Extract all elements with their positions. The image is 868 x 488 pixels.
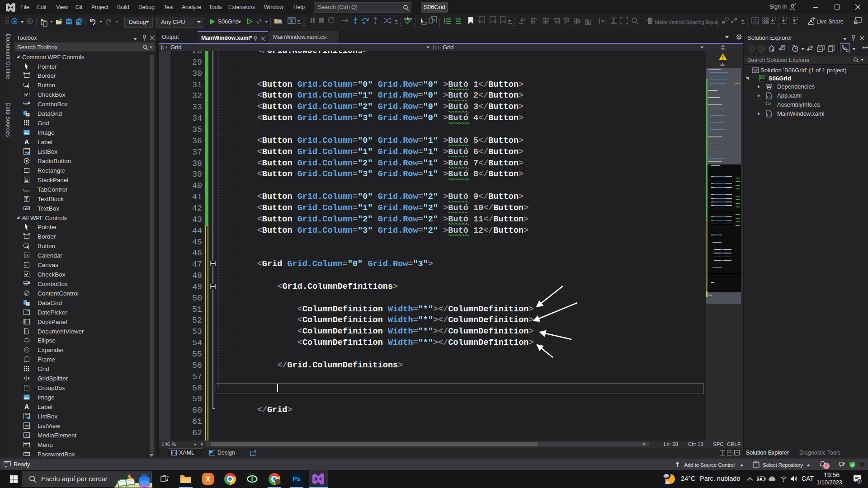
svg-text:X: X bbox=[206, 475, 211, 483]
svg-text:2: 2 bbox=[859, 479, 861, 483]
